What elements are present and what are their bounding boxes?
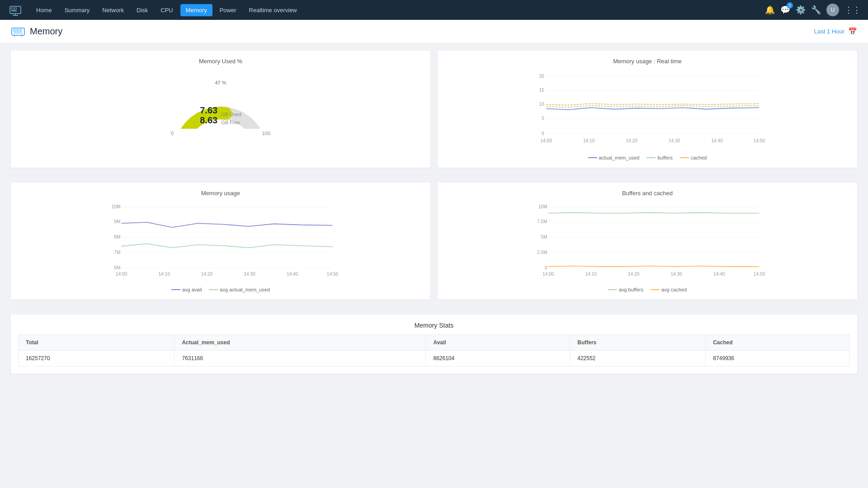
- gauge-bottom-labels: 0 100: [171, 131, 270, 136]
- svg-text:14:40: 14:40: [711, 138, 723, 143]
- nav-disk[interactable]: Disk: [131, 4, 153, 16]
- section-divider-1: [11, 175, 857, 175]
- legend-avg-cached-line: [651, 289, 660, 290]
- col-buffers: Buffers: [570, 335, 706, 351]
- legend-cached-line: [680, 157, 689, 158]
- legend-cached-label: cached: [691, 155, 707, 160]
- svg-text:7.5M: 7.5M: [537, 219, 547, 224]
- svg-text:5M: 5M: [541, 235, 547, 239]
- gb-used-value: 7.63: [200, 105, 217, 115]
- cell-avail: 8626104: [426, 351, 570, 366]
- nav-cpu[interactable]: CPU: [155, 4, 178, 16]
- svg-text:14:40: 14:40: [713, 272, 725, 277]
- svg-text:8M: 8M: [114, 235, 120, 239]
- settings-icon[interactable]: ⚙️: [796, 5, 806, 15]
- memory-icon: [11, 24, 25, 39]
- gauge-wrapper: 47 % 7.63 8.63 GB Used GB Free: [171, 75, 270, 129]
- memory-usage-card: Memory usage 10M 9M 8M 7M 6M: [11, 183, 430, 300]
- gauge-max: 100: [262, 131, 270, 136]
- bell-icon[interactable]: 🔔: [765, 5, 775, 15]
- section-divider-2: [11, 307, 857, 307]
- svg-text:9M: 9M: [114, 219, 120, 224]
- legend-avg-cached: avg cached: [651, 287, 687, 292]
- main-content: Memory Used % 47 % 7.63 8.63: [0, 43, 868, 381]
- realtime-title: Memory usage : Real time: [445, 58, 850, 65]
- legend-actual-line: [588, 157, 597, 158]
- svg-text:14:00: 14:00: [116, 272, 127, 277]
- svg-text:14:00: 14:00: [542, 272, 554, 277]
- svg-rect-0: [10, 6, 21, 14]
- svg-text:10: 10: [539, 102, 544, 107]
- gauge-min: 0: [171, 131, 174, 136]
- gb-free-label: GB Free: [221, 120, 241, 125]
- svg-rect-2: [14, 8, 17, 9]
- svg-text:7M: 7M: [114, 250, 120, 255]
- gauge-percent-label: 47 %: [215, 80, 226, 85]
- nav-summary[interactable]: Summary: [59, 4, 95, 16]
- legend-avg-buffers: avg buffers: [608, 287, 643, 292]
- svg-text:14:20: 14:20: [628, 272, 640, 277]
- legend-avg-avail-line: [171, 289, 180, 290]
- nav-memory[interactable]: Memory: [180, 4, 212, 16]
- stats-table: Total Actual_mem_used Avail Buffers Cach…: [18, 334, 850, 366]
- col-actual-mem-used: Actual_mem_used: [175, 335, 426, 351]
- time-filter-area: Last 1 Hour 📅: [814, 27, 857, 36]
- svg-text:14:20: 14:20: [626, 138, 637, 143]
- logo: [7, 2, 24, 18]
- svg-text:10M: 10M: [538, 204, 547, 209]
- nav-realtime[interactable]: Realtime overview: [244, 4, 302, 16]
- legend-buffers-line: [646, 157, 656, 158]
- memory-usage-title: Memory usage: [18, 190, 423, 197]
- legend-buffers: buffers: [646, 155, 672, 160]
- svg-text:15: 15: [539, 88, 544, 93]
- calendar-icon[interactable]: 📅: [848, 27, 857, 36]
- gb-used-label: GB Used: [221, 112, 241, 117]
- memory-usage-svg: 10M 9M 8M 7M 6M 14:00: [18, 202, 423, 283]
- svg-text:14:30: 14:30: [669, 138, 680, 143]
- realtime-chart-svg: 20 15 10 5 0: [445, 70, 850, 151]
- svg-text:14:20: 14:20: [201, 272, 213, 277]
- legend-avg-actual-label: avg actual_mem_used: [220, 287, 270, 292]
- time-filter-label[interactable]: Last 1 Hour: [814, 28, 844, 35]
- col-total: Total: [19, 335, 175, 351]
- gauge-labels: GB Used GB Free: [221, 112, 241, 125]
- page-header: Memory Last 1 Hour 📅: [0, 20, 868, 43]
- config-icon[interactable]: 🔧: [811, 5, 821, 15]
- legend-avg-avail: avg avail: [171, 287, 202, 292]
- message-icon[interactable]: 💬 2: [780, 5, 790, 15]
- svg-rect-1: [11, 8, 14, 9]
- svg-text:14:30: 14:30: [244, 272, 255, 277]
- gauge-container: 47 % 7.63 8.63 GB Used GB Free 0: [18, 70, 423, 141]
- svg-rect-3: [11, 10, 17, 11]
- svg-rect-7: [14, 29, 15, 32]
- svg-rect-8: [17, 29, 19, 32]
- nav-home[interactable]: Home: [31, 4, 57, 16]
- svg-text:14:40: 14:40: [287, 272, 298, 277]
- legend-avg-actual-line: [209, 289, 218, 290]
- avatar[interactable]: U: [826, 4, 839, 16]
- legend-buffers-label: buffers: [657, 155, 672, 160]
- svg-text:20: 20: [539, 74, 544, 79]
- gauge-values-container: 7.63 8.63 GB Used GB Free: [200, 105, 241, 125]
- legend-avg-actual: avg actual_mem_used: [209, 287, 270, 292]
- cell-cached: 8749936: [706, 351, 850, 366]
- cell-buffers: 422552: [570, 351, 706, 366]
- stats-header-row: Total Actual_mem_used Avail Buffers Cach…: [19, 335, 850, 351]
- legend-avg-avail-label: avg avail: [182, 287, 202, 292]
- gauge-gb-values: 7.63 8.63: [200, 105, 217, 125]
- memory-used-gauge-card: Memory Used % 47 % 7.63 8.63: [11, 51, 430, 168]
- svg-text:14:10: 14:10: [158, 272, 170, 277]
- svg-text:14:10: 14:10: [585, 272, 597, 277]
- svg-rect-9: [20, 29, 22, 32]
- svg-text:10M: 10M: [112, 204, 121, 209]
- legend-cached: cached: [680, 155, 707, 160]
- stats-title: Memory Stats: [18, 322, 850, 329]
- realtime-chart-card: Memory usage : Real time 20 15 10 5 0: [438, 51, 857, 168]
- nav-power[interactable]: Power: [214, 4, 242, 16]
- cell-actual-mem-used: 7631166: [175, 351, 426, 366]
- legend-avg-buffers-label: avg buffers: [619, 287, 643, 292]
- grid-icon[interactable]: ⋮⋮: [844, 5, 861, 15]
- svg-text:2.5M: 2.5M: [537, 250, 547, 255]
- svg-text:0: 0: [542, 131, 544, 136]
- nav-network[interactable]: Network: [97, 4, 129, 16]
